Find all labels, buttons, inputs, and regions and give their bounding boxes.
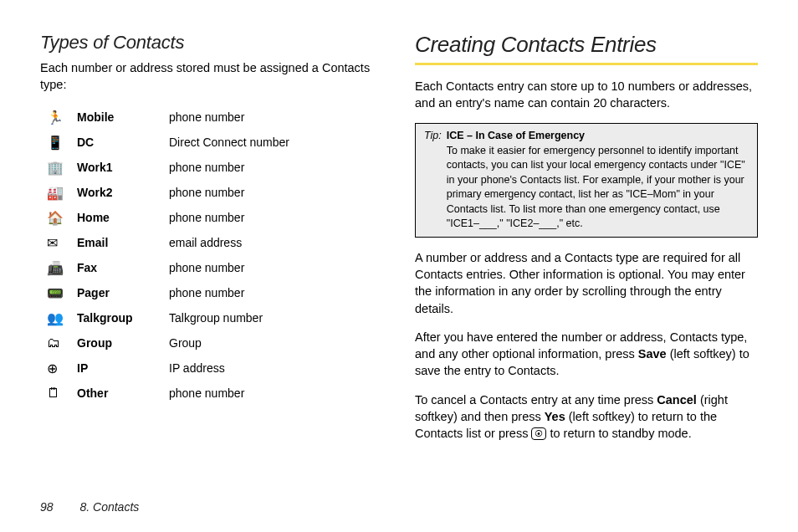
type-desc: phone number — [169, 161, 244, 174]
end-key-icon: ⦿ — [531, 427, 546, 440]
type-row: 🏢 Work1 phone number — [47, 155, 375, 180]
type-row: 📟 Pager phone number — [47, 280, 375, 305]
home-icon: 🏠 — [47, 210, 77, 226]
type-desc: Talkgroup number — [169, 311, 263, 325]
type-desc: Direct Connect number — [169, 136, 289, 149]
type-label: IP — [77, 361, 169, 375]
creating-heading: Creating Contacts Entries — [415, 32, 758, 65]
type-row: 👥 Talkgroup Talkgroup number — [47, 305, 375, 330]
page-number: 98 — [40, 500, 54, 514]
type-desc: IP address — [169, 361, 225, 375]
cancel-label: Cancel — [657, 393, 697, 407]
ip-icon: ⊕ — [47, 361, 77, 376]
type-row: 🗂 Group Group — [47, 330, 375, 356]
type-desc: phone number — [169, 386, 244, 400]
type-row: 🏭 Work2 phone number — [47, 180, 375, 205]
right-column: Creating Contacts Entries Each Contacts … — [415, 32, 758, 454]
para-save: After you have entered the number or add… — [415, 329, 758, 380]
type-row: 📠 Fax phone number — [47, 255, 375, 280]
type-desc: phone number — [169, 286, 244, 299]
other-icon: 🗒 — [47, 386, 77, 401]
text: To cancel a Contacts entry at any time p… — [415, 393, 657, 407]
fax-icon: 📠 — [47, 260, 77, 276]
type-label: Home — [77, 211, 169, 224]
para-cancel: To cancel a Contacts entry at any time p… — [415, 391, 758, 442]
creating-intro: Each Contacts entry can store up to 10 n… — [415, 79, 758, 111]
types-intro: Each number or address stored must be as… — [40, 60, 375, 93]
group-icon: 🗂 — [47, 335, 77, 350]
type-desc: phone number — [169, 186, 244, 199]
type-label: Fax — [77, 261, 169, 274]
type-label: Work1 — [77, 161, 169, 174]
save-label: Save — [638, 347, 667, 361]
type-label: DC — [77, 136, 169, 149]
dc-icon: 📱 — [47, 135, 77, 151]
type-label: Mobile — [77, 110, 169, 124]
mobile-icon: 🏃 — [47, 110, 77, 125]
tip-title: ICE – In Case of Emergency — [447, 130, 585, 141]
type-desc: phone number — [169, 110, 244, 124]
type-label: Talkgroup — [77, 311, 169, 325]
left-column: Types of Contacts Each number or address… — [40, 32, 375, 454]
type-row: 🗒 Other phone number — [47, 381, 375, 406]
type-row: ⊕ IP IP address — [47, 356, 375, 381]
type-label: Work2 — [77, 186, 169, 199]
page-footer: 98 8. Contacts — [40, 500, 139, 514]
work1-icon: 🏢 — [47, 160, 77, 176]
tip-prefix: Tip: — [424, 129, 442, 232]
talkgroup-icon: 👥 — [47, 310, 77, 326]
tip-box: Tip: ICE – In Case of Emergency To make … — [415, 123, 758, 238]
pager-icon: 📟 — [47, 285, 77, 301]
type-desc: phone number — [169, 211, 244, 224]
chapter-label: 8. Contacts — [79, 500, 139, 514]
work2-icon: 🏭 — [47, 185, 77, 201]
type-desc: phone number — [169, 261, 244, 274]
type-label: Group — [77, 336, 169, 350]
type-desc: email address — [169, 236, 242, 249]
type-desc: Group — [169, 336, 202, 350]
type-row: 🏠 Home phone number — [47, 205, 375, 230]
tip-body: ICE – In Case of Emergency To make it ea… — [447, 129, 749, 232]
text: to return to standby mode. — [546, 427, 691, 440]
type-label: Other — [77, 386, 169, 400]
email-icon: ✉ — [47, 235, 77, 251]
type-label: Email — [77, 236, 169, 249]
type-row: 🏃 Mobile phone number — [47, 105, 375, 130]
para-required: A number or address and a Contacts type … — [415, 249, 758, 317]
type-row: 📱 DC Direct Connect number — [47, 130, 375, 155]
type-label: Pager — [77, 286, 169, 299]
tip-text: To make it easier for emergency personne… — [447, 145, 745, 230]
type-row: ✉ Email email address — [47, 230, 375, 255]
yes-label: Yes — [545, 410, 565, 423]
types-table: 🏃 Mobile phone number 📱 DC Direct Connec… — [47, 105, 375, 406]
types-heading: Types of Contacts — [40, 32, 375, 54]
